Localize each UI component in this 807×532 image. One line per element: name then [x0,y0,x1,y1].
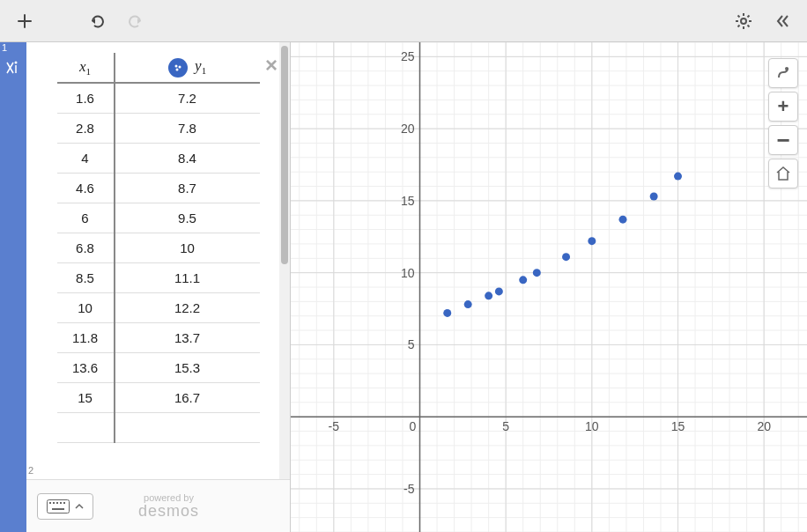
cell-x[interactable]: 2.8 [57,113,115,143]
expressions-panel: × x1 y1 1.67.22.87.848.44.68.769.56.8108… [26,42,291,532]
undo-button[interactable] [81,5,113,37]
cell-y[interactable]: 7.2 [115,83,260,113]
delete-expression-button[interactable]: × [265,53,278,78]
column-header-x[interactable]: x1 [57,53,115,83]
cell-y[interactable]: 7.8 [115,113,260,143]
svg-rect-5 [48,499,70,513]
graph-settings-button[interactable] [768,58,798,88]
svg-text:20: 20 [401,122,415,136]
table-row[interactable]: 13.615.3 [57,352,260,382]
cell-x[interactable]: 8.5 [57,262,115,292]
series-color-icon[interactable] [168,58,188,78]
graph-controls: + − [768,58,798,188]
svg-text:25: 25 [401,49,415,63]
cell-y[interactable]: 8.7 [115,173,260,203]
svg-point-108 [533,269,541,277]
data-table[interactable]: x1 y1 1.67.22.87.848.44.68.769.56.8108.5… [57,53,260,443]
svg-point-0 [741,18,746,24]
svg-rect-10 [63,502,65,504]
svg-point-3 [178,65,181,68]
svg-rect-11 [52,508,64,510]
panel-footer: powered by desmos [26,479,290,532]
main-toolbar [0,0,807,42]
cell-y[interactable]: 10 [115,233,260,262]
table-row[interactable]: 1.67.2 [57,83,260,113]
svg-point-106 [495,287,503,295]
powered-by-label: powered by desmos [138,492,199,521]
svg-point-110 [588,237,596,245]
panel-scrollbar[interactable] [279,42,290,479]
svg-point-113 [674,173,682,181]
svg-text:15: 15 [401,194,415,208]
table-row[interactable]: 11.813.7 [57,322,260,352]
svg-point-104 [464,300,472,308]
keyboard-toggle-button[interactable] [37,493,93,520]
table-row[interactable]: 48.4 [57,143,260,173]
collapse-panel-button[interactable] [766,5,798,37]
svg-point-1 [15,62,18,64]
svg-point-2 [174,64,177,67]
svg-rect-7 [53,502,55,504]
column-header-y[interactable]: y1 [115,53,260,83]
table-row[interactable]: 1516.7 [57,382,260,412]
zoom-out-button[interactable]: − [768,125,798,155]
table-row[interactable]: 6.810 [57,233,260,262]
table-row[interactable]: 4.68.7 [57,173,260,203]
cell-y[interactable]: 15.3 [115,352,260,382]
cell-y[interactable]: 16.7 [115,382,260,412]
table-row[interactable]: 8.511.1 [57,262,260,292]
cell-x[interactable] [57,412,115,442]
svg-point-107 [519,276,527,284]
svg-text:0: 0 [410,419,417,433]
graph-canvas[interactable]: -505101520-5510152025 + − [291,42,807,532]
svg-rect-9 [60,502,62,504]
expression-index-strip: 1 [0,42,26,532]
zoom-in-button[interactable]: + [768,92,798,122]
svg-point-105 [485,292,492,299]
cell-y[interactable]: 12.2 [115,292,260,322]
table-row[interactable]: 2.87.8 [57,113,260,143]
svg-text:10: 10 [401,266,415,280]
table-type-icon[interactable] [4,60,20,78]
svg-text:5: 5 [408,337,415,351]
expression-index: 1 [2,42,7,53]
table-row-empty[interactable] [57,412,260,442]
panel-scrollbar-thumb[interactable] [281,46,288,264]
svg-text:-5: -5 [329,419,340,433]
cell-x[interactable]: 1.6 [57,83,115,113]
cell-x[interactable]: 10 [57,292,115,322]
svg-rect-6 [49,502,51,504]
cell-x[interactable]: 13.6 [57,352,115,382]
svg-text:15: 15 [671,419,685,433]
svg-point-103 [443,309,451,317]
svg-point-114 [785,67,788,70]
cell-y[interactable] [115,412,260,442]
next-expression-index: 2 [28,465,33,476]
svg-point-112 [650,192,658,200]
settings-button[interactable] [728,5,759,37]
cell-x[interactable]: 4 [57,143,115,173]
cell-x[interactable]: 15 [57,382,115,412]
redo-button[interactable] [120,5,152,37]
table-row[interactable]: 69.5 [57,203,260,233]
svg-rect-8 [56,502,58,504]
cell-y[interactable]: 11.1 [115,262,260,292]
cell-y[interactable]: 13.7 [115,322,260,352]
svg-text:5: 5 [502,419,509,433]
cell-x[interactable]: 6.8 [57,233,115,262]
cell-x[interactable]: 4.6 [57,173,115,203]
cell-y[interactable]: 9.5 [115,203,260,233]
cell-x[interactable]: 11.8 [57,322,115,352]
cell-x[interactable]: 6 [57,203,115,233]
add-expression-button[interactable] [9,5,41,37]
svg-text:10: 10 [585,419,599,433]
svg-point-109 [562,253,570,261]
svg-point-111 [618,216,626,224]
home-button[interactable] [768,159,798,188]
svg-point-4 [175,68,178,70]
svg-text:-5: -5 [404,482,415,496]
table-row[interactable]: 1012.2 [57,292,260,322]
svg-text:20: 20 [757,419,771,433]
cell-y[interactable]: 8.4 [115,143,260,173]
